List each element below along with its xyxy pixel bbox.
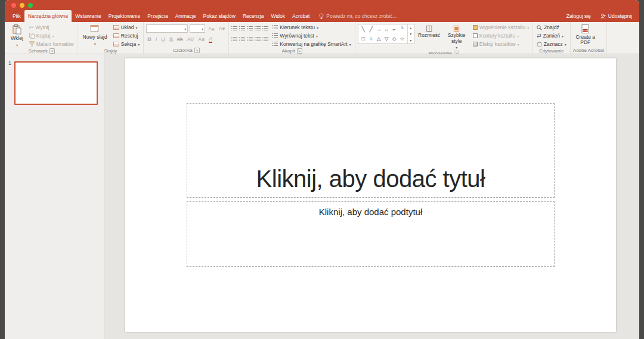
bold-button[interactable]: B xyxy=(146,36,153,42)
shape-star-icon[interactable]: ☆ xyxy=(400,36,404,42)
format-painter-button[interactable]: Malarz formatów xyxy=(28,41,75,48)
shape-arrow-icon[interactable]: → xyxy=(376,26,382,32)
macos-title-bar xyxy=(5,0,639,10)
tab-view[interactable]: Widok xyxy=(267,10,289,22)
group-drawing: ╲ ╱ → ↔ ⌐ ╰ □ ○ △ ▽ ◇ ☆ ▴ xyxy=(355,22,533,54)
shape-triangle-down-icon[interactable]: ▽ xyxy=(385,36,389,42)
text-direction-icon xyxy=(272,25,278,30)
group-adobe-acrobat: PDF Create a PDF Adobe Acrobat xyxy=(571,22,607,54)
section-icon xyxy=(113,42,119,46)
change-case-button[interactable]: Aa xyxy=(197,36,206,42)
font-color-button[interactable]: A xyxy=(208,36,213,43)
text-direction-button[interactable]: Kierunek tekstu xyxy=(271,24,352,31)
zoom-window-button[interactable] xyxy=(28,3,33,8)
create-pdf-button[interactable]: PDF Create a PDF xyxy=(573,24,598,46)
slide-editing-surface[interactable]: Kliknij, aby dodać tytuł Kliknij, aby do… xyxy=(125,58,616,332)
group-clipboard: Wklej ✂ Wytnij Kopiuj xyxy=(6,22,78,54)
shape-double-arrow-icon[interactable]: ↔ xyxy=(384,26,389,32)
format-painter-icon xyxy=(29,41,35,47)
shape-curve-icon[interactable]: ╰ xyxy=(401,26,404,32)
tab-acrobat[interactable]: Acrobat xyxy=(289,10,313,22)
minimize-window-button[interactable] xyxy=(20,3,24,8)
subtitle-placeholder-text: Kliknij, aby dodać podtytuł xyxy=(319,207,422,217)
grow-font-button[interactable]: A▴ xyxy=(207,26,216,32)
tab-file[interactable]: Plik xyxy=(9,10,24,22)
cut-button[interactable]: ✂ Wytnij xyxy=(28,24,75,31)
tab-design[interactable]: Projektowanie xyxy=(105,10,144,22)
shapes-gallery-more-icon[interactable]: ▾ xyxy=(410,38,411,42)
line-spacing-icon[interactable] xyxy=(262,26,268,32)
shapes-gallery[interactable]: ╲ ╱ → ↔ ⌐ ╰ □ ○ △ ▽ ◇ ☆ ▴ xyxy=(358,24,414,44)
close-window-button[interactable] xyxy=(11,3,16,8)
tab-review[interactable]: Recenzja xyxy=(239,10,267,22)
layout-button[interactable]: Układ xyxy=(112,24,141,31)
shape-effects-button[interactable]: Efekty kształtów xyxy=(472,41,530,48)
tab-home[interactable]: Narzędzia główne xyxy=(24,10,72,22)
character-spacing-button[interactable]: AV xyxy=(186,36,195,42)
reset-button[interactable]: Resetuj xyxy=(112,32,141,39)
font-name-combo[interactable] xyxy=(146,24,188,33)
shapes-scroll-down-icon[interactable]: ▾ xyxy=(410,32,411,36)
shrink-font-button[interactable]: A▾ xyxy=(218,26,227,32)
quick-styles-button[interactable]: ▣ Szybkie style xyxy=(444,24,469,51)
align-center-icon[interactable] xyxy=(239,37,245,42)
underline-button[interactable]: U xyxy=(160,36,166,42)
tab-slideshow[interactable]: Pokaz slajdów xyxy=(200,10,239,22)
increase-indent-icon[interactable] xyxy=(255,26,261,32)
decrease-indent-icon[interactable] xyxy=(247,26,253,32)
shape-line2-icon[interactable]: ╱ xyxy=(370,26,373,32)
find-button[interactable]: Znajdź xyxy=(535,24,568,31)
replace-button[interactable]: ⇄ Zamień xyxy=(535,32,568,39)
shape-effects-icon xyxy=(473,42,478,46)
slide-thumbnail-panel[interactable]: 1 xyxy=(5,54,104,339)
align-right-icon[interactable] xyxy=(247,37,253,42)
tab-animations[interactable]: Animacje xyxy=(172,10,200,22)
shapes-scroll-up-icon[interactable]: ▴ xyxy=(410,26,411,30)
paragraph-dialog-launcher-icon[interactable] xyxy=(297,48,302,54)
bullets-icon[interactable] xyxy=(231,26,237,32)
tell-me-search[interactable]: Powiedz mi, co chcesz zrobić... xyxy=(319,10,397,22)
reset-icon xyxy=(113,33,119,38)
text-shadow-button[interactable]: S xyxy=(168,36,174,42)
shape-outline-button[interactable]: Kontury kształtu xyxy=(472,32,530,39)
shape-line-icon[interactable]: ╲ xyxy=(362,26,365,32)
convert-smartart-button[interactable]: Konwertuj na grafikę SmartArt xyxy=(271,41,352,48)
shapes-gallery-scrollbar[interactable]: ▴ ▾ ▾ xyxy=(407,24,414,43)
paragraph-group-label: Akapit xyxy=(231,48,352,54)
justify-icon[interactable] xyxy=(255,37,261,42)
title-placeholder[interactable]: Kliknij, aby dodać tytuł xyxy=(187,103,555,198)
paste-button[interactable]: Wklej xyxy=(8,24,26,48)
align-left-icon[interactable] xyxy=(231,37,237,42)
slide-thumbnail-selected[interactable] xyxy=(14,61,98,105)
sign-in-button[interactable]: Zaloguj się xyxy=(566,13,591,19)
italic-button[interactable]: I xyxy=(154,36,159,42)
select-button[interactable]: ▢ Zaznacz xyxy=(535,41,568,48)
section-button[interactable]: Sekcja xyxy=(112,41,141,48)
columns-icon[interactable] xyxy=(262,37,268,42)
numbering-icon[interactable] xyxy=(239,26,245,32)
align-text-button[interactable]: Wyrównaj tekst xyxy=(271,32,352,39)
arrange-button[interactable]: ◫ Rozmieść xyxy=(417,24,442,39)
strikethrough-button[interactable]: ab xyxy=(176,36,184,42)
group-slides: Nowy slajd Układ Resetuj Sek xyxy=(78,22,144,54)
font-dialog-launcher-icon[interactable] xyxy=(194,48,200,53)
shape-fill-button[interactable]: Wypełnienie kształtu xyxy=(472,24,530,31)
new-slide-button[interactable]: Nowy slajd xyxy=(80,24,110,47)
shape-rectangle-icon[interactable]: □ xyxy=(362,36,365,42)
editing-canvas[interactable]: Kliknij, aby dodać tytuł Kliknij, aby do… xyxy=(104,54,639,339)
shape-triangle-icon[interactable]: △ xyxy=(377,36,381,42)
new-slide-dropdown-arrow[interactable] xyxy=(94,41,96,46)
clipboard-dialog-launcher-icon[interactable] xyxy=(49,48,55,54)
shape-ellipse-icon[interactable]: ○ xyxy=(370,36,373,42)
shape-effects-dropdown-arrow xyxy=(518,41,519,47)
tab-insert[interactable]: Wstawianie xyxy=(72,10,104,22)
copy-button[interactable]: Kopiuj xyxy=(28,32,75,39)
subtitle-placeholder[interactable]: Kliknij, aby dodać podtytuł xyxy=(187,201,555,267)
paste-dropdown-arrow[interactable] xyxy=(16,42,18,48)
font-size-combo[interactable] xyxy=(190,24,205,33)
share-button[interactable]: Udostępnij xyxy=(600,13,632,19)
shape-diamond-icon[interactable]: ◇ xyxy=(392,36,397,42)
shape-elbow-icon[interactable]: ⌐ xyxy=(393,26,396,32)
copy-icon xyxy=(29,33,35,39)
tab-transitions[interactable]: Przejścia xyxy=(144,10,171,22)
